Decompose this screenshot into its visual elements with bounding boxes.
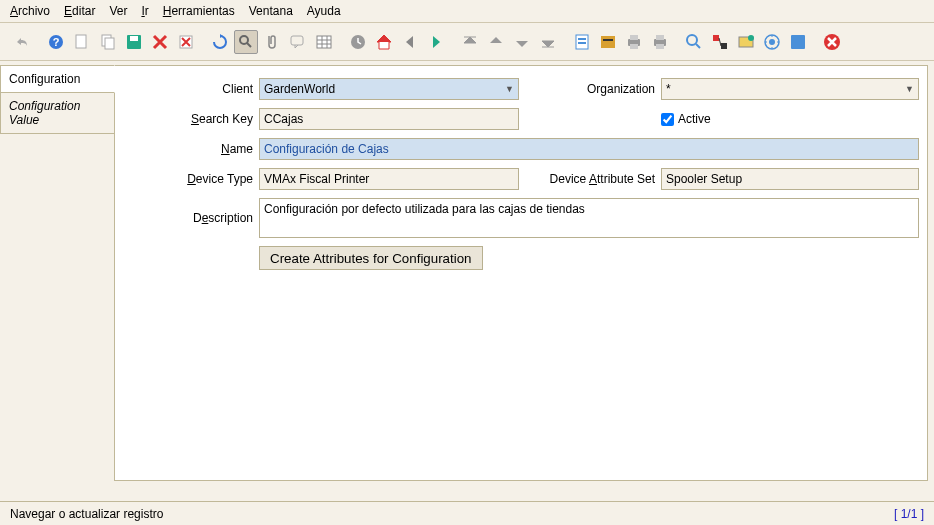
svg-point-31	[748, 35, 754, 41]
first-icon[interactable]	[458, 30, 482, 54]
zoom-across-icon[interactable]	[682, 30, 706, 54]
label-name: Name	[123, 142, 253, 156]
svg-rect-23	[630, 44, 638, 49]
chat-icon[interactable]	[286, 30, 310, 54]
menu-ayuda[interactable]: Ayuda	[307, 4, 341, 18]
field-device-attribute-set[interactable]: Spooler Setup	[661, 168, 919, 190]
label-device-type: Device Type	[123, 172, 253, 186]
field-description[interactable]: Configuración por defecto utilizada para…	[259, 198, 919, 238]
svg-rect-25	[656, 35, 664, 40]
tab-configuration-value[interactable]: Configuration Value	[0, 92, 115, 134]
toolbar: ?	[0, 23, 934, 61]
menu-editar[interactable]: Editar	[64, 4, 95, 18]
dropdown-arrow-icon: ▼	[505, 84, 514, 94]
last-icon[interactable]	[536, 30, 560, 54]
form-panel: Client GardenWorld ▼ Organization * ▼ Se…	[114, 65, 928, 481]
archive-icon[interactable]	[596, 30, 620, 54]
workflow-icon[interactable]	[786, 30, 810, 54]
print-icon[interactable]	[648, 30, 672, 54]
input-name[interactable]	[264, 142, 914, 156]
create-attributes-button[interactable]: Create Attributes for Configuration	[259, 246, 483, 270]
menu-ir[interactable]: Ir	[141, 4, 148, 18]
menu-herramientas[interactable]: Herramientas	[163, 4, 235, 18]
prev-icon[interactable]	[484, 30, 508, 54]
checkbox-active[interactable]: Active	[661, 112, 711, 126]
attachment-icon[interactable]	[260, 30, 284, 54]
delete-icon[interactable]	[148, 30, 172, 54]
forward-icon[interactable]	[424, 30, 448, 54]
field-device-type[interactable]: VMAx Fiscal Printer	[259, 168, 519, 190]
product-info-icon[interactable]	[760, 30, 784, 54]
svg-rect-34	[791, 35, 805, 49]
delete-selection-icon[interactable]	[174, 30, 198, 54]
label-organization: Organization	[525, 82, 655, 96]
field-organization-value: *	[666, 82, 671, 96]
status-bar: Navegar o actualizar registro [ 1/1 ]	[0, 501, 934, 525]
svg-rect-10	[317, 36, 331, 48]
status-text: Navegar o actualizar registro	[10, 507, 163, 521]
label-device-attribute-set: Device Attribute Set	[525, 172, 655, 186]
field-device-attribute-set-value: Spooler Setup	[666, 172, 742, 186]
requests-icon[interactable]	[734, 30, 758, 54]
svg-rect-26	[656, 44, 664, 49]
next-icon[interactable]	[510, 30, 534, 54]
close-icon[interactable]	[820, 30, 844, 54]
lookup-icon[interactable]	[234, 30, 258, 54]
help-icon[interactable]: ?	[44, 30, 68, 54]
svg-rect-29	[721, 43, 727, 49]
field-device-type-value: VMAx Fiscal Printer	[264, 172, 369, 186]
label-search-key: Search Key	[123, 112, 253, 126]
field-name[interactable]	[259, 138, 919, 160]
menu-ventana[interactable]: Ventana	[249, 4, 293, 18]
svg-rect-17	[578, 38, 586, 40]
body-area: Configuration Configuration Value Client…	[0, 61, 934, 481]
menu-ver[interactable]: Ver	[109, 4, 127, 18]
svg-text:?: ?	[53, 36, 60, 48]
undo-icon[interactable]	[10, 30, 34, 54]
back-icon[interactable]	[398, 30, 422, 54]
copy-icon[interactable]	[96, 30, 120, 54]
menubar: Archivo Editar Ver Ir Herramientas Venta…	[0, 0, 934, 23]
save-icon[interactable]	[122, 30, 146, 54]
label-description: Description	[123, 211, 253, 225]
svg-rect-4	[105, 38, 114, 49]
svg-point-8	[240, 36, 248, 44]
refresh-icon[interactable]	[208, 30, 232, 54]
dropdown-arrow-icon: ▼	[905, 84, 914, 94]
field-organization[interactable]: * ▼	[661, 78, 919, 100]
svg-point-27	[687, 35, 697, 45]
history-icon[interactable]	[346, 30, 370, 54]
label-client: Client	[123, 82, 253, 96]
svg-rect-28	[713, 35, 719, 41]
new-icon[interactable]	[70, 30, 94, 54]
record-pager[interactable]: [ 1/1 ]	[894, 507, 924, 521]
active-wf-icon[interactable]	[708, 30, 732, 54]
svg-rect-2	[76, 35, 86, 48]
input-description: Configuración por defecto utilizada para…	[264, 202, 585, 216]
svg-point-33	[769, 39, 775, 45]
field-client[interactable]: GardenWorld ▼	[259, 78, 519, 100]
tab-strip: Configuration Configuration Value	[0, 61, 115, 481]
grid-toggle-icon[interactable]	[312, 30, 336, 54]
input-search-key[interactable]	[264, 112, 514, 126]
field-search-key[interactable]	[259, 108, 519, 130]
svg-rect-19	[601, 36, 615, 48]
svg-rect-9	[291, 36, 303, 45]
svg-rect-20	[603, 39, 613, 41]
print-preview-icon[interactable]	[622, 30, 646, 54]
field-client-value: GardenWorld	[264, 82, 335, 96]
home-icon[interactable]	[372, 30, 396, 54]
checkbox-active-label: Active	[678, 112, 711, 126]
svg-rect-18	[578, 42, 586, 44]
svg-rect-6	[130, 36, 138, 41]
checkbox-active-box[interactable]	[661, 113, 674, 126]
svg-rect-22	[630, 35, 638, 40]
menu-archivo[interactable]: Archivo	[10, 4, 50, 18]
report-icon[interactable]	[570, 30, 594, 54]
tab-configuration[interactable]: Configuration	[0, 65, 115, 93]
